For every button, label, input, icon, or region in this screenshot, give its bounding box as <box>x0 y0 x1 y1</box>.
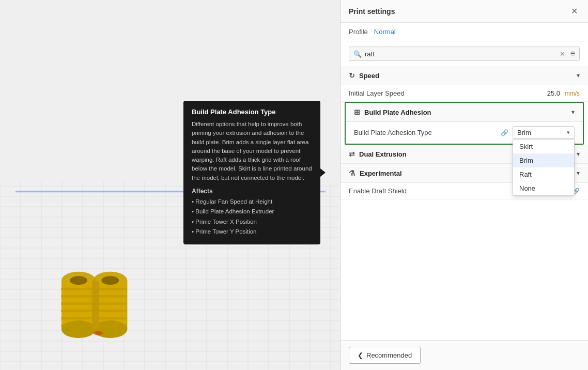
adhesion-type-row: Build Plate Adhesion Type 🔗 Brim ▾ Skirt… <box>346 122 583 144</box>
svg-point-59 <box>70 276 87 285</box>
profile-row: Profile Normal <box>341 23 588 41</box>
affects-label: Affects <box>192 188 312 195</box>
affects-item: • Build Plate Adhesion Extruder <box>192 207 312 217</box>
search-input[interactable] <box>365 50 556 58</box>
adhesion-type-label: Build Plate Adhesion Type <box>354 129 497 136</box>
svg-rect-56 <box>92 310 127 312</box>
profile-label: Profile <box>349 28 368 36</box>
speed-section-header[interactable]: ↻ Speed ▾ <box>341 66 588 85</box>
experimental-chevron: ▾ <box>577 169 580 177</box>
svg-rect-51 <box>61 317 95 320</box>
search-bar: 🔍 ✕ ≡ <box>349 47 580 61</box>
affects-item: • Prime Tower Y Position <box>192 227 312 237</box>
option-skirt[interactable]: Skirt <box>513 140 574 153</box>
initial-layer-speed-row: Initial Layer Speed 25.0 mm/s <box>341 85 588 102</box>
dual-extrusion-label: Dual Extrusion <box>359 150 407 158</box>
svg-rect-47 <box>61 288 95 290</box>
experimental-icon: ⚗ <box>349 169 355 177</box>
option-brim[interactable]: Brim <box>513 153 574 167</box>
back-icon: ❮ <box>358 351 363 359</box>
initial-layer-speed-value[interactable]: 25.0 <box>534 89 560 97</box>
dropdown-selected-value: Brim <box>517 129 531 136</box>
experimental-label: Experimental <box>360 169 402 177</box>
tooltip-description: Different options that help to improve b… <box>192 120 312 182</box>
initial-layer-speed-label: Initial Layer Speed <box>349 89 530 97</box>
speed-label: Speed <box>359 72 379 80</box>
option-raft[interactable]: Raft <box>513 167 574 181</box>
dropdown-chevron-icon: ▾ <box>567 129 570 136</box>
adhesion-link-icon[interactable]: 🔗 <box>501 129 508 136</box>
affects-item: • Prime Tower X Position <box>192 217 312 227</box>
svg-rect-58 <box>92 325 127 327</box>
tooltip-title: Build Plate Adhesion Type <box>192 108 312 116</box>
adhesion-icon: ⊞ <box>354 108 360 116</box>
search-icon: 🔍 <box>353 50 362 58</box>
adhesion-section-header[interactable]: ⊞ Build Plate Adhesion ▾ <box>346 103 583 122</box>
svg-point-61 <box>93 331 103 335</box>
close-button[interactable]: ✕ <box>569 5 580 17</box>
adhesion-type-dropdown-container: Brim ▾ Skirt Brim Raft None <box>513 126 575 139</box>
tooltip-arrow <box>320 168 326 177</box>
speed-chevron: ▾ <box>577 72 580 79</box>
svg-rect-50 <box>61 310 95 312</box>
recommended-button[interactable]: ❮ Recommended <box>349 347 421 364</box>
speed-section: ↻ Speed ▾ Initial Layer Speed 25.0 mm/s <box>341 66 588 102</box>
svg-rect-52 <box>61 325 95 327</box>
svg-point-42 <box>61 320 96 338</box>
svg-rect-55 <box>92 302 127 305</box>
print-settings-panel: Print settings ✕ Profile Normal 🔍 ✕ ≡ ↻ … <box>340 0 588 370</box>
panel-header: Print settings ✕ <box>341 0 588 23</box>
panel-title: Print settings <box>349 7 395 16</box>
adhesion-type-dropdown[interactable]: Brim ▾ <box>513 126 575 139</box>
svg-rect-49 <box>61 302 95 305</box>
dual-extrusion-icon: ⇄ <box>349 150 355 158</box>
speed-icon: ↻ <box>349 71 355 80</box>
3d-model <box>52 251 140 339</box>
profile-value[interactable]: Normal <box>374 28 396 36</box>
dual-extrusion-chevron: ▾ <box>577 150 580 158</box>
recommended-label: Recommended <box>366 351 412 359</box>
tooltip-panel: Build Plate Adhesion Type Different opti… <box>183 101 320 244</box>
adhesion-chevron: ▾ <box>571 109 575 116</box>
option-none[interactable]: None <box>513 181 574 195</box>
adhesion-label: Build Plate Adhesion <box>364 109 431 116</box>
search-clear-button[interactable]: ✕ <box>560 50 565 58</box>
adhesion-dropdown-options: Skirt Brim Raft None <box>513 139 575 196</box>
bottom-bar: ❮ Recommended <box>341 340 588 370</box>
search-menu-button[interactable]: ≡ <box>570 49 575 58</box>
svg-rect-48 <box>61 295 95 298</box>
svg-rect-53 <box>92 288 127 290</box>
affects-list: • Regular Fan Speed at Height • Build Pl… <box>192 197 312 237</box>
svg-rect-54 <box>92 295 127 298</box>
initial-layer-speed-unit: mm/s <box>564 90 580 97</box>
affects-item: • Regular Fan Speed at Height <box>192 197 312 207</box>
svg-rect-57 <box>92 317 127 320</box>
svg-point-60 <box>101 276 119 285</box>
settings-content: ↻ Speed ▾ Initial Layer Speed 25.0 mm/s … <box>341 66 588 340</box>
build-plate-adhesion-section: ⊞ Build Plate Adhesion ▾ Build Plate Adh… <box>345 102 584 145</box>
